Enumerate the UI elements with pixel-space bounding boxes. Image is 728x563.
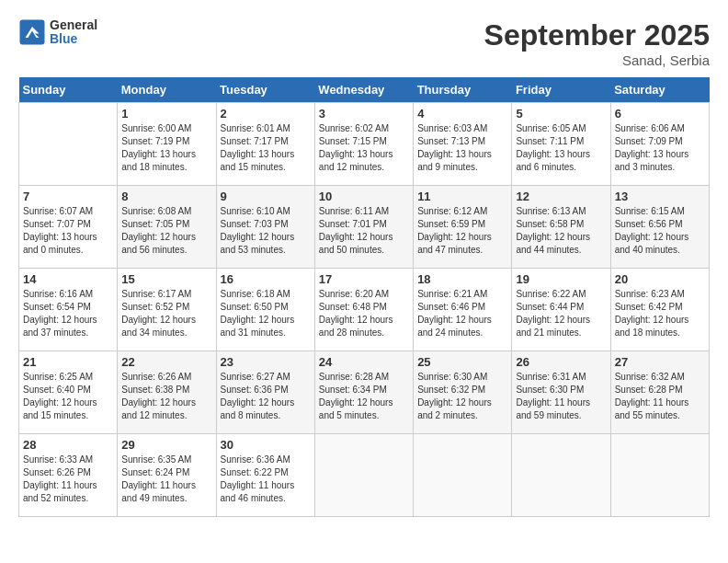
day-number: 1 <box>121 107 211 121</box>
calendar-cell: 20Sunrise: 6:23 AM Sunset: 6:42 PM Dayli… <box>610 269 709 351</box>
header-row: SundayMondayTuesdayWednesdayThursdayFrid… <box>19 77 710 103</box>
calendar-cell: 27Sunrise: 6:32 AM Sunset: 6:28 PM Dayli… <box>610 351 709 434</box>
day-number: 22 <box>121 355 211 369</box>
day-header-saturday: Saturday <box>610 77 709 103</box>
calendar-cell <box>610 434 709 517</box>
logo-icon <box>18 18 46 46</box>
day-number: 19 <box>516 272 606 286</box>
calendar-cell: 5Sunrise: 6:05 AM Sunset: 7:11 PM Daylig… <box>512 103 610 186</box>
calendar-cell: 15Sunrise: 6:17 AM Sunset: 6:52 PM Dayli… <box>118 269 216 351</box>
day-info: Sunrise: 6:36 AM Sunset: 6:22 PM Dayligh… <box>221 454 311 505</box>
day-info: Sunrise: 6:10 AM Sunset: 7:03 PM Dayligh… <box>221 205 311 257</box>
day-number: 20 <box>615 272 705 286</box>
day-header-friday: Friday <box>512 77 610 103</box>
day-info: Sunrise: 6:26 AM Sunset: 6:38 PM Dayligh… <box>121 371 211 422</box>
calendar-cell: 4Sunrise: 6:03 AM Sunset: 7:13 PM Daylig… <box>414 103 512 186</box>
header: General Blue September 2025 Sanad, Serbi… <box>18 18 710 68</box>
calendar-cell: 3Sunrise: 6:02 AM Sunset: 7:15 PM Daylig… <box>314 103 413 186</box>
calendar-cell: 9Sunrise: 6:10 AM Sunset: 7:03 PM Daylig… <box>216 186 314 269</box>
calendar-cell <box>512 434 610 517</box>
day-info: Sunrise: 6:32 AM Sunset: 6:28 PM Dayligh… <box>615 371 705 422</box>
calendar-cell: 10Sunrise: 6:11 AM Sunset: 7:01 PM Dayli… <box>314 186 413 269</box>
day-number: 13 <box>615 190 705 203</box>
day-number: 25 <box>417 355 507 369</box>
logo-general: General <box>50 18 97 32</box>
day-number: 23 <box>221 355 311 369</box>
day-info: Sunrise: 6:00 AM Sunset: 7:19 PM Dayligh… <box>121 122 211 174</box>
calendar-cell: 21Sunrise: 6:25 AM Sunset: 6:40 PM Dayli… <box>19 351 118 434</box>
calendar-cell: 1Sunrise: 6:00 AM Sunset: 7:19 PM Daylig… <box>118 103 216 186</box>
day-number: 5 <box>516 107 606 121</box>
day-header-tuesday: Tuesday <box>216 77 314 103</box>
day-info: Sunrise: 6:20 AM Sunset: 6:48 PM Dayligh… <box>319 288 409 339</box>
calendar-cell: 17Sunrise: 6:20 AM Sunset: 6:48 PM Dayli… <box>314 269 413 351</box>
calendar-cell: 12Sunrise: 6:13 AM Sunset: 6:58 PM Dayli… <box>512 186 610 269</box>
calendar-cell: 29Sunrise: 6:35 AM Sunset: 6:24 PM Dayli… <box>118 434 216 517</box>
week-row-1: 7Sunrise: 6:07 AM Sunset: 7:07 PM Daylig… <box>19 186 710 269</box>
day-number: 21 <box>23 355 113 369</box>
week-row-3: 21Sunrise: 6:25 AM Sunset: 6:40 PM Dayli… <box>19 351 710 434</box>
day-number: 12 <box>516 190 606 203</box>
calendar-cell: 30Sunrise: 6:36 AM Sunset: 6:22 PM Dayli… <box>216 434 314 517</box>
calendar-cell: 26Sunrise: 6:31 AM Sunset: 6:30 PM Dayli… <box>512 351 610 434</box>
logo-blue: Blue <box>50 32 97 46</box>
calendar-cell: 28Sunrise: 6:33 AM Sunset: 6:26 PM Dayli… <box>19 434 118 517</box>
day-info: Sunrise: 6:06 AM Sunset: 7:09 PM Dayligh… <box>615 122 705 174</box>
calendar-cell: 14Sunrise: 6:16 AM Sunset: 6:54 PM Dayli… <box>19 269 118 351</box>
day-info: Sunrise: 6:16 AM Sunset: 6:54 PM Dayligh… <box>23 288 113 339</box>
day-info: Sunrise: 6:02 AM Sunset: 7:15 PM Dayligh… <box>319 122 409 174</box>
calendar-cell: 19Sunrise: 6:22 AM Sunset: 6:44 PM Dayli… <box>512 269 610 351</box>
day-info: Sunrise: 6:25 AM Sunset: 6:40 PM Dayligh… <box>23 371 113 422</box>
day-info: Sunrise: 6:05 AM Sunset: 7:11 PM Dayligh… <box>516 122 606 174</box>
day-number: 7 <box>23 190 113 203</box>
day-number: 3 <box>319 107 409 121</box>
calendar-cell: 22Sunrise: 6:26 AM Sunset: 6:38 PM Dayli… <box>118 351 216 434</box>
calendar-cell <box>414 434 512 517</box>
day-info: Sunrise: 6:12 AM Sunset: 6:59 PM Dayligh… <box>417 205 507 257</box>
calendar-cell: 8Sunrise: 6:08 AM Sunset: 7:05 PM Daylig… <box>118 186 216 269</box>
logo: General Blue <box>18 18 97 47</box>
calendar-cell: 16Sunrise: 6:18 AM Sunset: 6:50 PM Dayli… <box>216 269 314 351</box>
day-info: Sunrise: 6:21 AM Sunset: 6:46 PM Dayligh… <box>417 288 507 339</box>
calendar-table: SundayMondayTuesdayWednesdayThursdayFrid… <box>18 77 710 517</box>
day-info: Sunrise: 6:22 AM Sunset: 6:44 PM Dayligh… <box>516 288 606 339</box>
day-number: 4 <box>417 107 507 121</box>
day-number: 30 <box>221 438 311 452</box>
day-number: 26 <box>516 355 606 369</box>
calendar-title: September 2025 <box>484 18 710 52</box>
calendar-cell: 24Sunrise: 6:28 AM Sunset: 6:34 PM Dayli… <box>314 351 413 434</box>
calendar-subtitle: Sanad, Serbia <box>484 52 710 68</box>
day-header-thursday: Thursday <box>414 77 512 103</box>
day-number: 10 <box>319 190 409 203</box>
day-number: 8 <box>121 190 211 203</box>
day-info: Sunrise: 6:33 AM Sunset: 6:26 PM Dayligh… <box>23 454 113 505</box>
day-info: Sunrise: 6:18 AM Sunset: 6:50 PM Dayligh… <box>221 288 311 339</box>
day-info: Sunrise: 6:23 AM Sunset: 6:42 PM Dayligh… <box>615 288 705 339</box>
day-info: Sunrise: 6:11 AM Sunset: 7:01 PM Dayligh… <box>319 205 409 257</box>
day-info: Sunrise: 6:08 AM Sunset: 7:05 PM Dayligh… <box>121 205 211 257</box>
day-info: Sunrise: 6:15 AM Sunset: 6:56 PM Dayligh… <box>615 205 705 257</box>
day-info: Sunrise: 6:01 AM Sunset: 7:17 PM Dayligh… <box>221 122 311 174</box>
calendar-cell: 25Sunrise: 6:30 AM Sunset: 6:32 PM Dayli… <box>414 351 512 434</box>
day-header-wednesday: Wednesday <box>314 77 413 103</box>
calendar-cell <box>19 103 118 186</box>
day-number: 14 <box>23 272 113 286</box>
day-info: Sunrise: 6:28 AM Sunset: 6:34 PM Dayligh… <box>319 371 409 422</box>
day-number: 27 <box>615 355 705 369</box>
day-number: 9 <box>221 190 311 203</box>
calendar-cell: 18Sunrise: 6:21 AM Sunset: 6:46 PM Dayli… <box>414 269 512 351</box>
day-number: 6 <box>615 107 705 121</box>
day-info: Sunrise: 6:17 AM Sunset: 6:52 PM Dayligh… <box>121 288 211 339</box>
day-info: Sunrise: 6:35 AM Sunset: 6:24 PM Dayligh… <box>121 454 211 505</box>
day-info: Sunrise: 6:07 AM Sunset: 7:07 PM Dayligh… <box>23 205 113 257</box>
calendar-cell: 6Sunrise: 6:06 AM Sunset: 7:09 PM Daylig… <box>610 103 709 186</box>
calendar-cell: 2Sunrise: 6:01 AM Sunset: 7:17 PM Daylig… <box>216 103 314 186</box>
week-row-2: 14Sunrise: 6:16 AM Sunset: 6:54 PM Dayli… <box>19 269 710 351</box>
calendar-cell: 11Sunrise: 6:12 AM Sunset: 6:59 PM Dayli… <box>414 186 512 269</box>
day-number: 17 <box>319 272 409 286</box>
day-number: 16 <box>221 272 311 286</box>
day-number: 29 <box>121 438 211 452</box>
day-header-monday: Monday <box>118 77 216 103</box>
calendar-cell: 23Sunrise: 6:27 AM Sunset: 6:36 PM Dayli… <box>216 351 314 434</box>
day-number: 28 <box>23 438 113 452</box>
